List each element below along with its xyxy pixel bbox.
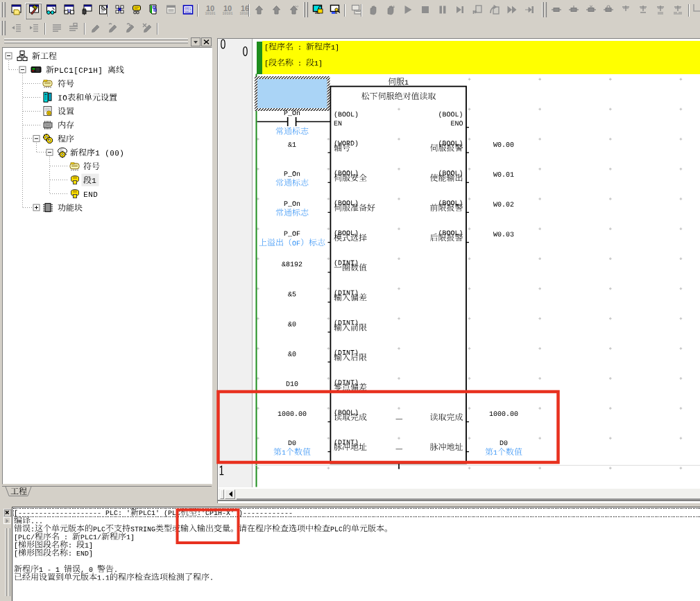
svg-text:10101: 10101 (222, 12, 232, 16)
svg-text:002: 002 (185, 10, 191, 15)
svg-text:10101: 10101 (205, 12, 215, 16)
